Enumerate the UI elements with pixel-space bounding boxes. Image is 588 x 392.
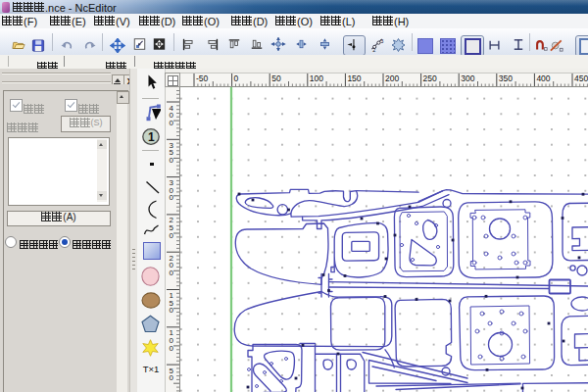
svg-text:0: 0 xyxy=(170,306,174,315)
svg-text:100: 100 xyxy=(310,74,323,83)
svg-text:0: 0 xyxy=(170,119,174,127)
svg-text:350: 350 xyxy=(499,74,513,83)
svg-text:0: 0 xyxy=(234,74,239,83)
svg-text:0: 0 xyxy=(170,231,174,240)
svg-text:2: 2 xyxy=(372,47,375,52)
svg-text:0: 0 xyxy=(170,193,174,202)
svg-text:1: 1 xyxy=(148,130,155,144)
svg-text:150: 150 xyxy=(347,74,361,83)
svg-text:0: 0 xyxy=(170,269,174,277)
svg-text:0: 0 xyxy=(170,156,174,165)
svg-text:3: 3 xyxy=(380,38,383,44)
svg-text:300: 300 xyxy=(461,74,474,83)
svg-text:250: 250 xyxy=(423,74,437,83)
svg-text:200: 200 xyxy=(385,74,399,83)
svg-text:0: 0 xyxy=(170,344,174,353)
svg-text:0: 0 xyxy=(170,373,174,382)
svg-text:50: 50 xyxy=(271,74,281,83)
svg-text:450: 450 xyxy=(574,74,588,83)
svg-text:-50: -50 xyxy=(196,74,209,83)
svg-text:400: 400 xyxy=(536,74,550,83)
